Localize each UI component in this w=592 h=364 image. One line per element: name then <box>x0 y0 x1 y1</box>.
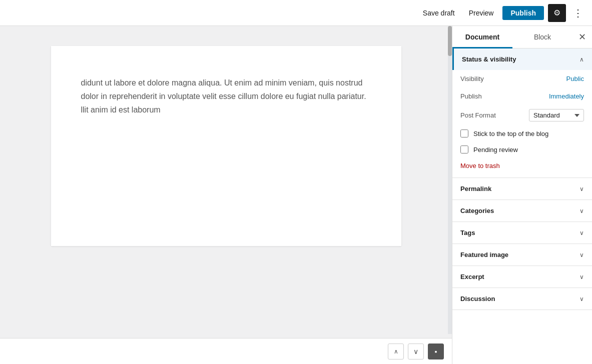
toolbar: Save draft Preview Publish ⚙ ⋮ <box>0 0 592 26</box>
visibility-value[interactable]: Public <box>566 75 584 82</box>
chevron-down-tags-icon: ∨ <box>579 230 584 236</box>
section-tags: Tags ∨ <box>452 222 592 244</box>
sidebar: Document Block ✕ Status & visibility ∧ V… <box>452 26 592 364</box>
publish-time-label: Publish <box>460 92 482 100</box>
close-icon: ✕ <box>578 32 586 42</box>
navigate-up-button[interactable]: ∧ <box>388 344 404 360</box>
editor-scrollbar[interactable] <box>448 26 452 334</box>
down-icon: ∨ <box>413 348 418 356</box>
sidebar-body: Status & visibility ∧ Visibility Public … <box>452 48 592 364</box>
visibility-label: Visibility <box>460 75 484 82</box>
section-permalink: Permalink ∨ <box>452 178 592 200</box>
scrollbar-thumb <box>448 26 452 56</box>
chevron-down-categories-icon: ∨ <box>579 208 584 214</box>
toolbar-actions: Save draft Preview Publish ⚙ ⋮ <box>418 4 586 22</box>
block-icon: ▪ <box>435 348 437 356</box>
sidebar-tabs: Document Block ✕ <box>452 26 592 48</box>
stick-to-top-checkbox[interactable] <box>460 130 468 138</box>
block-nav-button[interactable]: ▪ <box>428 344 444 360</box>
section-excerpt: Excerpt ∨ <box>452 266 592 288</box>
pending-review-label: Pending review <box>473 146 518 154</box>
move-to-trash-link[interactable]: Move to trash <box>460 162 500 170</box>
navigate-down-button[interactable]: ∨ <box>408 344 424 360</box>
pending-review-checkbox[interactable] <box>460 146 468 154</box>
preview-button[interactable]: Preview <box>464 6 499 20</box>
section-categories: Categories ∨ <box>452 200 592 222</box>
stick-to-top-label: Stick to the top of the blog <box>473 130 548 138</box>
publish-time-value[interactable]: Immediately <box>549 92 584 100</box>
section-featured-image-header[interactable]: Featured image ∨ <box>452 244 592 266</box>
section-status-visibility-title: Status & visibility <box>462 56 516 63</box>
pending-review-row: Pending review <box>452 142 592 158</box>
editor-page[interactable]: didunt ut labore et dolore magna aliqua.… <box>51 46 401 246</box>
chevron-up-icon: ∧ <box>579 56 584 63</box>
settings-button[interactable]: ⚙ <box>548 4 566 22</box>
section-permalink-title: Permalink <box>460 185 491 192</box>
chevron-down-excerpt-icon: ∨ <box>579 274 584 280</box>
section-excerpt-title: Excerpt <box>460 273 484 280</box>
up-icon: ∧ <box>394 348 398 355</box>
section-status-visibility-header[interactable]: Status & visibility ∧ <box>452 48 592 70</box>
chevron-down-featured-icon: ∨ <box>579 252 584 258</box>
chevron-down-discussion-icon: ∨ <box>579 296 584 302</box>
section-permalink-header[interactable]: Permalink ∨ <box>452 178 592 200</box>
main-layout: didunt ut labore et dolore magna aliqua.… <box>0 26 592 364</box>
editor-content[interactable]: didunt ut labore et dolore magna aliqua.… <box>0 26 452 338</box>
visibility-row: Visibility Public <box>452 70 592 88</box>
section-status-visibility: Status & visibility ∧ Visibility Public … <box>452 48 592 178</box>
section-featured-image: Featured image ∨ <box>452 244 592 266</box>
editor-line-1: didunt ut labore et dolore magna aliqua.… <box>81 76 371 90</box>
section-discussion-title: Discussion <box>460 295 495 302</box>
tab-block[interactable]: Block <box>512 26 572 48</box>
section-categories-header[interactable]: Categories ∨ <box>452 200 592 222</box>
section-tags-header[interactable]: Tags ∨ <box>452 222 592 244</box>
post-format-row: Post Format Standard Aside Chat Gallery … <box>452 105 592 126</box>
post-format-label: Post Format <box>460 112 496 119</box>
chevron-down-permalink-icon: ∨ <box>579 186 584 192</box>
move-to-trash-row: Move to trash <box>452 158 592 172</box>
more-options-button[interactable]: ⋮ <box>570 5 586 21</box>
post-format-select[interactable]: Standard Aside Chat Gallery Link Image Q… <box>529 109 584 122</box>
section-excerpt-header[interactable]: Excerpt ∨ <box>452 266 592 288</box>
publish-button[interactable]: Publish <box>502 6 544 20</box>
editor-area: didunt ut labore et dolore magna aliqua.… <box>0 26 452 364</box>
more-icon: ⋮ <box>573 8 583 18</box>
section-featured-image-title: Featured image <box>460 251 508 258</box>
tab-document[interactable]: Document <box>452 26 512 48</box>
editor-bottom-bar: ∧ ∨ ▪ <box>0 338 452 364</box>
publish-row: Publish Immediately <box>452 88 592 105</box>
section-categories-title: Categories <box>460 207 494 214</box>
save-draft-button[interactable]: Save draft <box>418 6 460 20</box>
sidebar-close-button[interactable]: ✕ <box>572 26 592 48</box>
section-discussion-header[interactable]: Discussion ∨ <box>452 288 592 310</box>
settings-icon: ⚙ <box>553 8 560 18</box>
editor-line-3: llit anim id est laborum <box>81 103 371 116</box>
section-discussion: Discussion ∨ <box>452 288 592 310</box>
editor-line-2: dolor in reprehenderit in voluptate veli… <box>81 90 371 103</box>
section-tags-title: Tags <box>460 229 475 236</box>
stick-to-top-row: Stick to the top of the blog <box>452 126 592 142</box>
